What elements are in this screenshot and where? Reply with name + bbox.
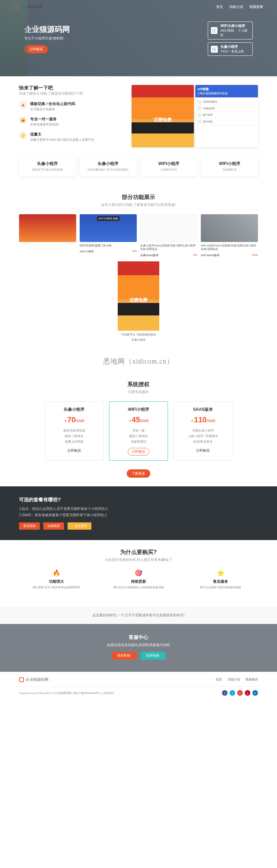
copyright: Powered by AYCMS-2021 © 企业猫源码网 | 湘ICP备00… [19,691,115,695]
hero-card2-title: 头像小程序 [221,44,244,49]
target-icon: 🎯 [101,569,176,577]
dark-btn-1[interactable]: 售后授权 [19,522,40,530]
showcase-item-2[interactable]: 国庆/吃黑鸭/微掌三款分销 WIFI小程序388 [80,214,137,257]
showcase-item-3[interactable]: 头像小程序SAAS无限多开版/无限生成小程序名称/无限贴点 头像SAAS版本39… [140,214,197,257]
google-icon[interactable]: G [237,690,243,696]
why-item-1: 🔥 功能强大相比简单,功为小程序未来在是需要需求 [19,569,94,589]
social-icons: f t G p in [222,690,258,696]
showcase-sub: 这里只展示部分功能,了解更多功能可以联系客服! [19,202,258,207]
traffic-icon: ⭐ [19,132,27,139]
why-sub: 当你还在考虑的时候,别人都已经拿来赚钱了! [19,557,258,562]
buy-button[interactable]: 立即购买 [67,449,81,452]
why-section: 为什么要购买? 当你还在考虑的时候,别人都已经拿来赚钱了! 🔥 功能强大相比简单… [0,540,277,598]
showcase-thumb [201,214,258,242]
showcase-title: 部分功能展示 [19,194,258,201]
quick-title: 快来了解一下吧 [19,85,125,91]
packages-title: 可选的套餐有哪些? [19,497,258,503]
footer: 企业猫源码网 首页 功能介绍 客服购买 Powered by AYCMS-202… [0,672,277,701]
cart-icon: 🛒 [211,46,218,53]
showcase-thumb [19,214,76,242]
linkedin-icon[interactable]: in [252,690,258,696]
contact-btn-2[interactable]: 联系客服! [141,652,165,660]
logo-icon [19,677,24,682]
pricing-title: 系统授权 [19,381,258,388]
nav-features[interactable]: 功能介绍 [229,5,243,9]
star-icon: ⭐ [183,569,258,577]
flame-icon: 🔥 [19,569,94,577]
pricing-sub: 完善售后服务 [19,390,258,394]
watermark-text: 悉地网（xidicom.cn） [0,357,277,366]
hero-subtitle: 专注于小程序开发/授权商 [24,36,70,41]
card4-item[interactable]: 头像小程序支持流量内嵌广告可以开启流量主 [80,156,137,176]
card4-item[interactable]: WIFI小程序正新换件外壳 [141,156,197,176]
hero-card1-title: WIFI大师小程序 [220,24,250,28]
hero-cta-button[interactable]: 立即购买 [24,45,48,53]
logo-text: 企业猫源码网 [20,4,43,9]
hero-section: 企业猫源码网 首页 功能介绍 视频套餐 企业猫源码网 专注于小程序开发/授权商 … [0,0,277,76]
feature-item-2: 🐱 专业一对一服务全程知道建安装授权! [19,116,125,127]
why-item-2: 🎯 持续更新我们已在不会跟着刚上,持续更新新版功能 [101,569,176,589]
cart-icon: 🛒 [211,27,217,34]
showcase-thumb [80,214,137,242]
quick-section: 快来了解一下吧 快速了解部分功能,了解更多功能请往下滑! 🔺 模板切换 / 全自… [0,76,277,185]
learn-more-button[interactable]: 了解更多 [127,469,150,478]
showcase-item-4[interactable]: WIFI小程序SAAS无限多开版/无限生成小程序名称/无限贴点 WIFISAAS… [201,214,258,257]
contact-sub: 如果你还有其他疑问,那就联系客服为你吧 [0,643,277,648]
footer-nav: 首页 功能介绍 客服购买 [216,677,258,682]
facebook-icon[interactable]: f [222,690,227,696]
why-item-3: ⭐ 售后服务我们为正版客户提供稳稳更新服务 [183,569,258,589]
hero-card-wifi[interactable]: 🛒 WIFI大师小程序 38元/授权、 个人购买 [208,21,253,40]
pricing-section: 系统授权 完善售后服务 头像小程序 ￥70/RMB 赠送无技术权权赠送二级域名免… [0,372,277,487]
showcase-section: 部分功能展示 这里只展示部分功能,了解更多功能可以联系客服! 国庆/吃黑鸭/微掌… [0,185,277,350]
why-title: 为什么要购买? [19,549,258,556]
header-nav: 首页 功能介绍 视频套餐 [216,5,263,9]
feature-item-1: 🔺 模板切换 / 全自动上架代码正式版永久包更新 [19,101,125,112]
header-logo[interactable]: 企业猫源码网 [14,4,43,9]
footer-nav-features[interactable]: 功能介绍 [227,677,240,682]
price-card-3: SAAS版本 ￥110/RMB 无限生成小程序上面小程序 √无限聊天电话/售后群… [173,401,232,461]
footer-nav-buy[interactable]: 客服购买 [245,677,258,682]
card4-item[interactable]: WIFI小程序拓展属性强 [202,156,258,176]
feature-cards-row: 头像小程序多款带节日包月份高复购 头像小程序支持流量内嵌广告可以开启流量主 WI… [19,156,258,176]
feature-item-3: ⭐ 流量主流量主更新于2008 我们保证永远真人流量不封 [19,132,125,142]
price-card-2: WIFI小程序 ￥45/RMB 另说一套赠送二级域名包提审通过 立即购买 [109,401,168,461]
contact-btn-1[interactable]: 联系客服! [112,652,136,660]
showcase-thumb [140,214,197,242]
hero-card-avatar[interactable]: 🛒 头像小程序 70元/一条龙上线 [208,42,253,56]
logo-icon [14,5,19,9]
quick-sub: 快速了解部分功能,了解更多功能请往下滑! [19,91,125,96]
price-card-1: 头像小程序 ￥70/RMB 赠送无技术权权赠送二级域名免费上传审核 立即购买 [45,401,104,461]
promo-bar: 这是最好的时代,一个几乎不需要成本就可以发家致富的时代! [0,607,277,624]
phone-mockup-1 [132,85,194,147]
hero-card1-sub: 38元/授权、 [220,29,237,32]
nav-home[interactable]: 首页 [216,5,223,9]
showcase-item-1[interactable] [19,214,76,257]
card4-item[interactable]: 头像小程序多款带节日包月份高复购 [19,156,76,176]
buy-button[interactable]: 立即购买 [196,449,210,452]
packages-band: 可选的套餐有哪些? 1.站点：指自己运营的人员不需要无限即著多个小程序的人 2.… [0,486,277,540]
hero-card2-sub: 70元/一条龙上线 [221,50,244,53]
footer-nav-home[interactable]: 首页 [216,677,222,682]
pinterest-icon[interactable]: p [245,690,250,696]
buy-button[interactable]: 立即购买 [128,448,149,455]
phone-mockup-2: wifi智慧让每次链接都能看到收益 分销WiFi账号 专属优惠券 账户管理 更多… [195,85,258,147]
footer-logo[interactable]: 企业猫源码网 [19,677,48,682]
dark-btn-3[interactable]: 一条龙服务 [68,522,91,530]
template-icon: 🔺 [19,101,27,109]
showcase-big-mock [118,261,159,331]
contact-title: 客服中心 [0,634,277,641]
nav-video[interactable]: 视频套餐 [249,5,263,9]
service-icon: 🐱 [19,116,27,124]
contact-band: 客服中心 如果你还有其他疑问,那就联系客服为你吧 联系客服! 联系客服! [0,624,277,672]
twitter-icon[interactable]: t [230,690,235,696]
dark-btn-2[interactable]: 知道购买 [43,522,64,530]
hero-title: 企业猫源码网 [24,24,70,35]
